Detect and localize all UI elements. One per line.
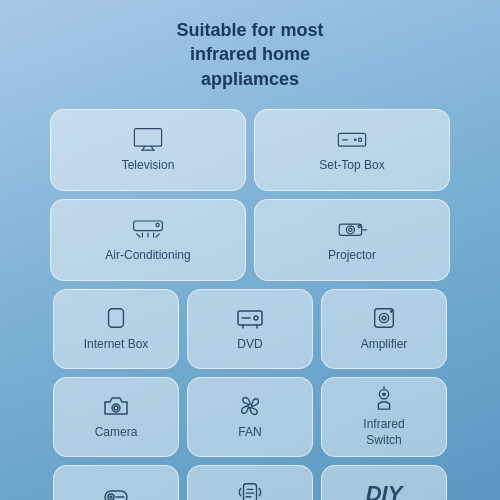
page-title: Suitable for most infrared home appliamc… <box>176 18 323 91</box>
svg-point-14 <box>156 223 159 226</box>
svg-line-13 <box>156 234 159 237</box>
svg-point-38 <box>110 496 113 499</box>
camera-icon <box>102 393 130 419</box>
heater-icon <box>102 481 130 500</box>
svg-point-27 <box>379 313 388 322</box>
card-fan[interactable]: FAN <box>187 377 313 457</box>
row-5: Heater Air Purifier DIY Custom <box>40 465 460 500</box>
svg-point-16 <box>346 226 354 234</box>
svg-point-6 <box>358 138 361 141</box>
svg-point-29 <box>390 310 393 313</box>
svg-point-7 <box>354 139 356 141</box>
svg-rect-20 <box>109 309 124 328</box>
svg-point-35 <box>382 393 386 397</box>
card-camera[interactable]: Camera <box>53 377 179 457</box>
set-top-box-label: Set-Top Box <box>319 158 384 174</box>
row-3: Internet Box DVD Amplifier <box>40 289 460 369</box>
amplifier-label: Amplifier <box>361 337 408 353</box>
svg-line-1 <box>142 146 144 150</box>
card-air-purifier[interactable]: Air Purifier <box>187 465 313 500</box>
internet-box-label: Internet Box <box>84 337 149 353</box>
air-purifier-icon <box>236 481 264 500</box>
fan-icon <box>236 393 264 419</box>
television-label: Television <box>122 158 175 174</box>
svg-line-2 <box>151 146 153 150</box>
dvd-label: DVD <box>237 337 262 353</box>
card-heater[interactable]: Heater <box>53 465 179 500</box>
svg-point-17 <box>349 228 352 231</box>
amplifier-icon <box>370 305 398 331</box>
infrared-switch-icon <box>370 385 398 411</box>
svg-point-23 <box>254 316 258 320</box>
svg-point-31 <box>114 406 118 410</box>
svg-point-28 <box>382 316 386 320</box>
row-1: Television Set-Top Box <box>40 109 460 191</box>
svg-point-30 <box>112 404 120 412</box>
svg-point-18 <box>358 225 360 227</box>
air-conditioning-label: Air-Conditioning <box>105 248 190 264</box>
television-icon <box>132 126 164 152</box>
card-air-conditioning[interactable]: Air-Conditioning <box>50 199 246 281</box>
projector-icon <box>336 216 368 242</box>
air-conditioning-icon <box>132 216 164 242</box>
card-television[interactable]: Television <box>50 109 246 191</box>
row-2: Air-Conditioning Projector <box>40 199 460 281</box>
fan-label: FAN <box>238 425 261 441</box>
card-infrared-switch[interactable]: Infrared Switch <box>321 377 447 457</box>
projector-label: Projector <box>328 248 376 264</box>
card-dvd[interactable]: DVD <box>187 289 313 369</box>
infrared-switch-label: Infrared Switch <box>363 417 404 448</box>
camera-label: Camera <box>95 425 138 441</box>
dvd-icon <box>236 305 264 331</box>
internet-box-icon <box>102 305 130 331</box>
device-grid: Television Set-Top Box Air-Cond <box>40 109 460 500</box>
row-4: Camera FAN Infrared Switch <box>40 377 460 457</box>
svg-rect-8 <box>134 221 163 231</box>
card-projector[interactable]: Projector <box>254 199 450 281</box>
card-internet-box[interactable]: Internet Box <box>53 289 179 369</box>
svg-rect-40 <box>244 484 257 500</box>
svg-line-9 <box>137 234 140 237</box>
set-top-box-icon <box>336 126 368 152</box>
card-custom[interactable]: DIY Custom <box>321 465 447 500</box>
card-amplifier[interactable]: Amplifier <box>321 289 447 369</box>
custom-icon: DIY <box>366 483 403 500</box>
card-set-top-box[interactable]: Set-Top Box <box>254 109 450 191</box>
svg-rect-0 <box>134 129 161 147</box>
